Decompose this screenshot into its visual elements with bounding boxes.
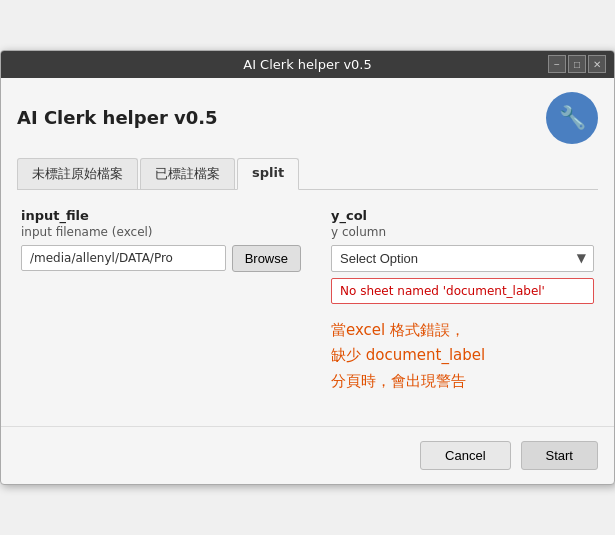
form-area: input_file input filename (excel) /media… bbox=[17, 208, 598, 395]
main-window: AI Clerk helper v0.5 − □ ✕ AI Clerk help… bbox=[0, 50, 615, 486]
y-col-sublabel: y column bbox=[331, 225, 594, 239]
y-col-label: y_col bbox=[331, 208, 594, 223]
annotation-line2: 缺少 document_label bbox=[331, 343, 594, 369]
y-col-column: y_col y column Select Option ▼ No sheet … bbox=[331, 208, 594, 395]
app-header: AI Clerk helper v0.5 🔧 bbox=[17, 92, 598, 144]
file-input-display: /media/allenyl/DATA/Pro bbox=[21, 245, 226, 271]
tab-marked[interactable]: 已標註檔案 bbox=[140, 158, 235, 189]
window-controls: − □ ✕ bbox=[548, 55, 606, 73]
y-col-select[interactable]: Select Option bbox=[331, 245, 594, 272]
tab-split[interactable]: split bbox=[237, 158, 299, 190]
input-file-label: input_file bbox=[21, 208, 301, 223]
window-title: AI Clerk helper v0.5 bbox=[243, 57, 372, 72]
titlebar: AI Clerk helper v0.5 − □ ✕ bbox=[1, 51, 614, 78]
annotation-line3: 分頁時，會出現警告 bbox=[331, 369, 594, 395]
wrench-icon: 🔧 bbox=[559, 105, 586, 130]
input-file-row: /media/allenyl/DATA/Pro Browse bbox=[21, 245, 301, 272]
input-file-sublabel: input filename (excel) bbox=[21, 225, 301, 239]
close-button[interactable]: ✕ bbox=[588, 55, 606, 73]
app-icon: 🔧 bbox=[546, 92, 598, 144]
y-col-select-wrapper: Select Option ▼ bbox=[331, 245, 594, 272]
annotation-line1: 當excel 格式錯誤， bbox=[331, 318, 594, 344]
footer: Cancel Start bbox=[1, 426, 614, 484]
tab-bar: 未標註原始檔案 已標註檔案 split bbox=[17, 158, 598, 190]
browse-button[interactable]: Browse bbox=[232, 245, 301, 272]
input-file-column: input_file input filename (excel) /media… bbox=[21, 208, 301, 395]
annotation-text: 當excel 格式錯誤， 缺少 document_label 分頁時，會出現警告 bbox=[331, 318, 594, 395]
app-title: AI Clerk helper v0.5 bbox=[17, 107, 218, 128]
window-content: AI Clerk helper v0.5 🔧 未標註原始檔案 已標註檔案 spl… bbox=[1, 78, 614, 409]
maximize-button[interactable]: □ bbox=[568, 55, 586, 73]
start-button[interactable]: Start bbox=[521, 441, 598, 470]
minimize-button[interactable]: − bbox=[548, 55, 566, 73]
tab-unmarked[interactable]: 未標註原始檔案 bbox=[17, 158, 138, 189]
cancel-button[interactable]: Cancel bbox=[420, 441, 510, 470]
error-message: No sheet named 'document_label' bbox=[331, 278, 594, 304]
